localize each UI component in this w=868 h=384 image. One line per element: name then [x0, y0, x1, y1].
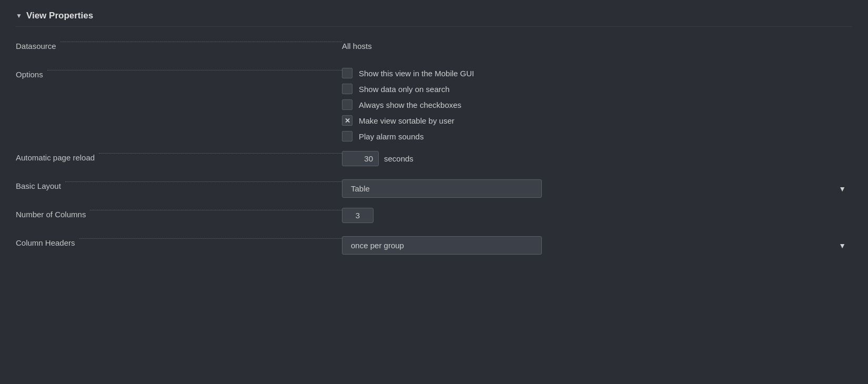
option-mobile-gui-row: Show this view in the Mobile GUI [342, 68, 852, 78]
column-headers-label: Column Headers [16, 236, 342, 247]
option-always-checkboxes-row: Always show the checkboxes [342, 99, 852, 110]
dotted-separator [65, 181, 342, 182]
alarm-sounds-label: Play alarm sounds [359, 132, 423, 141]
options-row: Options Show this view in the Mobile GUI… [16, 68, 852, 142]
basic-layout-row: Basic Layout Table List Grid ▼ [16, 179, 852, 198]
mobile-gui-label: Show this view in the Mobile GUI [359, 69, 474, 78]
search-only-checkbox[interactable] [342, 84, 352, 94]
column-headers-value: once per group always never ▼ [342, 236, 852, 255]
always-checkboxes-label: Always show the checkboxes [359, 100, 461, 109]
datasource-row: Datasource All hosts [16, 39, 852, 58]
reload-seconds-input[interactable] [342, 151, 379, 166]
search-only-label: Show data only on search [359, 85, 450, 94]
mobile-gui-checkbox[interactable] [342, 68, 352, 78]
basic-layout-label: Basic Layout [16, 179, 342, 190]
checkmark-icon: ✕ [345, 117, 350, 125]
datasource-value: All hosts [342, 39, 852, 50]
basic-layout-select[interactable]: Table List Grid [342, 179, 542, 198]
basic-layout-value: Table List Grid ▼ [342, 179, 852, 198]
option-search-only-row: Show data only on search [342, 84, 852, 94]
seconds-label: seconds [384, 154, 413, 163]
option-sortable-row: ✕ Make view sortable by user [342, 115, 852, 126]
column-headers-select-wrapper: once per group always never ▼ [342, 236, 852, 255]
panel-title-text: View Properties [26, 11, 93, 21]
reload-input-row: seconds [342, 151, 852, 166]
dotted-separator [90, 210, 342, 210]
view-properties-panel: ▼ View Properties Datasource All hosts O… [0, 0, 868, 275]
alarm-sounds-checkbox[interactable] [342, 131, 352, 142]
column-headers-select[interactable]: once per group always never [342, 236, 542, 255]
dropdown-arrow-icon: ▼ [839, 185, 846, 193]
datasource-label: Datasource [16, 39, 342, 50]
sortable-label: Make view sortable by user [359, 116, 455, 125]
collapse-icon[interactable]: ▼ [16, 12, 22, 19]
dotted-separator [60, 42, 342, 42]
dotted-separator [47, 70, 342, 70]
auto-reload-row: Automatic page reload seconds [16, 151, 852, 170]
num-columns-label: Number of Columns [16, 208, 342, 219]
basic-layout-select-wrapper: Table List Grid ▼ [342, 179, 852, 198]
options-checkboxes: Show this view in the Mobile GUI Show da… [342, 68, 852, 142]
sortable-checkbox[interactable]: ✕ [342, 115, 352, 126]
option-alarm-sounds-row: Play alarm sounds [342, 131, 852, 142]
panel-title: ▼ View Properties [16, 11, 852, 27]
num-columns-row: Number of Columns [16, 208, 852, 227]
dotted-separator [99, 153, 342, 154]
dotted-separator [79, 238, 342, 239]
always-checkboxes-checkbox[interactable] [342, 99, 352, 110]
options-label: Options [16, 68, 342, 79]
dropdown-arrow-icon: ▼ [839, 241, 846, 250]
auto-reload-label: Automatic page reload [16, 151, 342, 162]
column-headers-row: Column Headers once per group always nev… [16, 236, 852, 255]
num-columns-input[interactable] [342, 208, 374, 223]
num-columns-value [342, 208, 852, 223]
auto-reload-value: seconds [342, 151, 852, 166]
